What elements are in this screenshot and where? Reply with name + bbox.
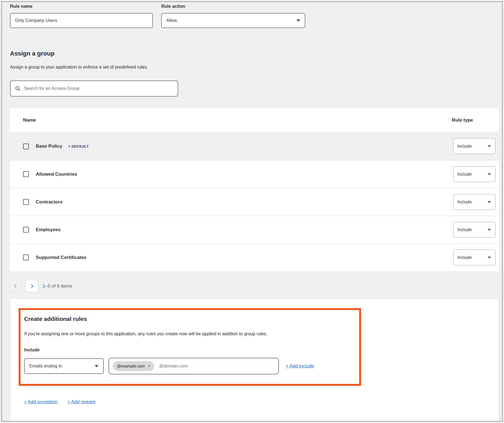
- email-domain-input-wrapper: @example.com ×: [109, 358, 279, 374]
- access-group-search: [10, 80, 178, 97]
- group-name: Employees: [36, 227, 61, 233]
- chevron-down-icon: [488, 229, 491, 231]
- access-groups-table: Name Rule type Base Policy • DEFAULT Inc…: [10, 108, 499, 271]
- row-checkbox[interactable]: [23, 143, 29, 149]
- access-rule-config-page: Rule name Rule action Allow Assign a gro…: [0, 0, 504, 423]
- chevron-down-icon: [488, 256, 491, 258]
- rule-footer-links: + Add exception + Add require: [24, 399, 95, 405]
- previous-page-button[interactable]: [9, 280, 22, 292]
- chevron-down-icon: [488, 173, 491, 175]
- email-domain-input[interactable]: [159, 364, 275, 369]
- chevron-down-icon: [296, 19, 300, 22]
- highlight-outline: Create additional rules If you're assign…: [19, 308, 361, 386]
- rule-type-select[interactable]: Include: [453, 222, 495, 238]
- group-name: Allowed Countries: [36, 172, 77, 177]
- criteria-value: Emails ending in: [29, 364, 62, 369]
- badge-bullet-icon: •: [68, 144, 70, 149]
- rule-type-value: Include: [457, 144, 472, 149]
- additional-rules-heading: Create additional rules: [24, 316, 359, 322]
- include-label: Include: [24, 348, 359, 352]
- rule-action-value: Allow: [166, 18, 177, 23]
- assign-group-description: Assign a group to your application to en…: [10, 65, 148, 70]
- additional-rules-description: If you're assigning one or more groups t…: [24, 331, 359, 336]
- rule-action-label: Rule action: [161, 4, 305, 9]
- next-page-button[interactable]: [26, 280, 38, 292]
- rule-action-select[interactable]: Allow: [161, 13, 305, 28]
- rule-type-value: Include: [457, 227, 472, 232]
- rule-type-column-header: Rule type: [452, 117, 473, 123]
- chevron-down-icon: [95, 365, 99, 367]
- pagination: 1–5 of 6 items: [9, 280, 72, 292]
- chip-remove-icon[interactable]: ×: [148, 364, 150, 368]
- badge-label: DEFAULT: [72, 144, 89, 148]
- chevron-down-icon: [488, 201, 491, 203]
- rule-type-select[interactable]: Include: [453, 250, 495, 265]
- email-domain-chip: @example.com ×: [113, 361, 154, 371]
- rule-name-field-group: Rule name: [10, 4, 153, 28]
- rule-type-value: Include: [457, 255, 472, 260]
- chip-label: @example.com: [117, 364, 145, 368]
- row-checkbox[interactable]: [23, 171, 29, 177]
- include-rule-row: Emails ending in @example.com × + Add in…: [24, 358, 359, 374]
- group-name: Contractors: [36, 199, 62, 205]
- row-checkbox[interactable]: [23, 199, 29, 205]
- search-icon: [15, 86, 21, 91]
- table-row-employees: Employees Include: [10, 216, 499, 243]
- rule-type-select[interactable]: Include: [453, 166, 495, 182]
- table-row-base-policy: Base Policy • DEFAULT Include: [10, 132, 499, 160]
- rule-action-field-group: Rule action Allow: [161, 4, 305, 28]
- group-name: Base Policy: [36, 143, 62, 149]
- chevron-right-icon: [29, 284, 33, 288]
- pagination-range-label: 1–5 of 6 items: [42, 283, 72, 289]
- chevron-down-icon: [488, 145, 491, 147]
- assign-group-heading: Assign a group: [10, 50, 54, 57]
- default-badge: • DEFAULT: [68, 144, 89, 149]
- table-row-allowed-countries: Allowed Countries Include: [10, 160, 499, 188]
- rule-name-input[interactable]: [15, 14, 148, 27]
- name-column-header: Name: [10, 117, 36, 123]
- table-header-row: Name Rule type: [10, 108, 499, 132]
- row-checkbox[interactable]: [23, 227, 29, 233]
- rule-name-input-wrapper: [10, 13, 153, 28]
- rule-name-label: Rule name: [10, 4, 153, 9]
- table-row-supported-certificates: Supported Certificates Include: [10, 243, 499, 271]
- search-input[interactable]: [24, 86, 173, 91]
- rule-type-value: Include: [457, 172, 472, 177]
- rule-type-select[interactable]: Include: [453, 138, 495, 154]
- criteria-select[interactable]: Emails ending in: [24, 358, 104, 374]
- row-checkbox[interactable]: [23, 255, 29, 260]
- group-name: Supported Certificates: [36, 255, 86, 260]
- add-exception-link[interactable]: + Add exception: [24, 399, 57, 405]
- table-row-contractors: Contractors Include: [10, 188, 499, 216]
- add-require-link[interactable]: + Add require: [67, 399, 95, 405]
- rule-type-value: Include: [457, 200, 472, 205]
- add-include-link[interactable]: + Add include: [286, 363, 314, 369]
- rule-type-select[interactable]: Include: [453, 194, 495, 210]
- chevron-left-icon: [14, 284, 18, 288]
